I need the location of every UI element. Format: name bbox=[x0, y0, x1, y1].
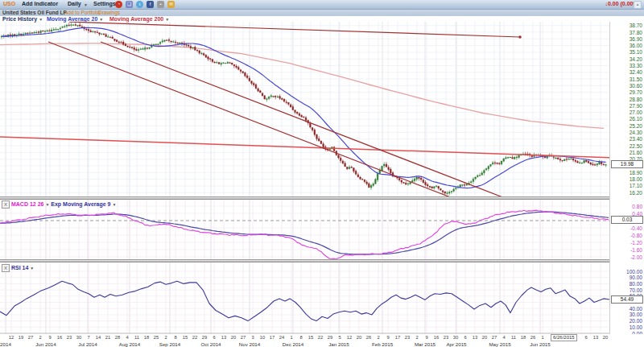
alert-icon[interactable]: ◔ bbox=[115, 1, 122, 8]
settings-button[interactable]: Settings bbox=[93, 1, 116, 6]
macd-tick-label: -0.40 bbox=[612, 225, 642, 231]
price-tick-label: 31.50 bbox=[612, 76, 642, 82]
rsi-dropdown[interactable]: RSI 14 ▼ bbox=[11, 265, 34, 271]
rsi-header: X RSI 14 ▼ bbox=[2, 264, 34, 272]
price-tick-label: 17.10 bbox=[612, 183, 642, 188]
month-label: Jan 2015 bbox=[322, 341, 356, 347]
chevron-down-icon[interactable]: ▼ bbox=[84, 2, 88, 7]
up-candles bbox=[1, 25, 606, 194]
date-tick-label: 20 bbox=[600, 335, 611, 340]
macd-chart-canvas[interactable] bbox=[0, 200, 609, 259]
trendline-handle[interactable] bbox=[518, 35, 522, 39]
macd-signal-dropdown[interactable]: Exp Moving Average 9 ▼ bbox=[51, 201, 116, 207]
ma20-line bbox=[2, 27, 606, 188]
rsi-value-box: 54.49 bbox=[611, 295, 643, 304]
last-price-box: 19.98 bbox=[611, 160, 643, 168]
month-label: Mar 2015 bbox=[408, 341, 442, 347]
macd-signal-line bbox=[0, 212, 609, 254]
price-tick-label: 34.20 bbox=[612, 56, 642, 62]
macd-header: X MACD 12 26 ▼ Exp Moving Average 9 ▼ bbox=[2, 200, 116, 209]
price-tick-label: 35.10 bbox=[612, 49, 642, 55]
toolbar: USO Add Indicator Daily ▼ Settings ◔❏tf•… bbox=[0, 0, 644, 10]
rsi-tick-label: 10.00 bbox=[612, 324, 642, 330]
price-tick-label: 28.80 bbox=[612, 97, 642, 102]
rsi-tick-label: 80.00 bbox=[612, 281, 642, 287]
month-label: May 2015 bbox=[483, 341, 517, 347]
rsi-tick-label: 40.00 bbox=[612, 306, 642, 312]
date-axis[interactable]: 1219272916233071421284111825281522296132… bbox=[0, 334, 644, 347]
month-label: Apr 2015 bbox=[440, 341, 473, 347]
up-wicks bbox=[2, 23, 606, 196]
rsi-plot bbox=[0, 262, 609, 334]
price-tick-label: 37.80 bbox=[612, 30, 642, 35]
macd-tick-label: -2.00 bbox=[612, 254, 642, 260]
facebook-icon[interactable]: f bbox=[147, 1, 154, 8]
price-tick-label: 30.60 bbox=[612, 83, 642, 89]
add-indicator-button[interactable]: Add Indicator bbox=[22, 1, 58, 6]
symbol-label: USO bbox=[3, 1, 15, 6]
price-plot bbox=[0, 22, 609, 196]
twitter-icon[interactable]: t bbox=[136, 1, 143, 8]
down-candles bbox=[6, 25, 605, 194]
month-label: Jun 2014 bbox=[29, 341, 63, 347]
macd-tick-label: -0.80 bbox=[612, 233, 642, 238]
drawings-link[interactable]: Drawings bbox=[98, 10, 120, 15]
price-history-dropdown[interactable]: Price History ▼ bbox=[2, 16, 43, 22]
photos-icon[interactable]: ❏ bbox=[126, 1, 133, 8]
price-tick-label: 33.30 bbox=[612, 63, 642, 68]
price-chart-canvas[interactable] bbox=[0, 22, 609, 196]
month-label: Aug 2014 bbox=[113, 341, 147, 347]
price-tick-label: 38.70 bbox=[612, 23, 642, 28]
macd-tick-label: -1.20 bbox=[612, 240, 642, 246]
price-tick-label: 27.00 bbox=[612, 109, 642, 115]
macd-tick-label: 0.80 bbox=[612, 204, 642, 209]
macd-line bbox=[0, 210, 609, 259]
collapse-toolbar-icon[interactable]: ▴ bbox=[634, 1, 642, 9]
current-date-box: 6/26/2015 bbox=[551, 334, 577, 341]
ma20-dropdown[interactable]: Moving Average 20 ▼ bbox=[47, 16, 103, 22]
price-tick-label: 27.90 bbox=[612, 103, 642, 109]
month-label: Sep 2014 bbox=[153, 341, 187, 347]
ma200-dropdown[interactable]: Moving Average 200 ▼ bbox=[109, 16, 169, 22]
chevron-down-icon: ▼ bbox=[112, 202, 116, 207]
value-axis[interactable]: 38.7037.8036.9036.0035.1034.2033.3032.40… bbox=[609, 22, 644, 347]
price-tick-label: 26.10 bbox=[612, 116, 642, 122]
month-label: Jul 2014 bbox=[71, 341, 105, 347]
lock-icon[interactable]: • bbox=[157, 1, 164, 8]
period-select[interactable]: Daily bbox=[68, 1, 81, 6]
price-tick-label: 22.50 bbox=[612, 143, 642, 149]
rsi-tick-label: 70.00 bbox=[612, 287, 642, 293]
chevron-down-icon: ▼ bbox=[45, 202, 49, 207]
macd-plot bbox=[0, 200, 609, 259]
price-tick-label: 16.20 bbox=[612, 190, 642, 196]
close-rsi-button[interactable]: X bbox=[2, 264, 10, 272]
price-tick-label: 36.00 bbox=[612, 43, 642, 48]
month-label: Oct 2014 bbox=[194, 341, 228, 347]
charting-app: USO Add Indicator Daily ▼ Settings ◔❏tf•… bbox=[0, 0, 644, 347]
price-tick-label: 25.20 bbox=[612, 123, 642, 129]
rsi-tick-label: 20.00 bbox=[612, 318, 642, 324]
symbol-fullname: United States Oil Fund LP bbox=[2, 10, 67, 15]
price-tick-label: 18.00 bbox=[612, 176, 642, 182]
month-label: Feb 2015 bbox=[365, 341, 399, 347]
month-label: Dec 2014 bbox=[276, 341, 310, 347]
price-tick-label: 18.90 bbox=[612, 170, 642, 176]
macd-dropdown[interactable]: MACD 12 26 ▼ bbox=[11, 201, 49, 207]
rsi-chart-canvas[interactable] bbox=[0, 262, 609, 334]
symbol-row: United States Oil Fund LP Add to Portfol… bbox=[0, 10, 644, 16]
rsi-tick-label: 30.00 bbox=[612, 312, 642, 317]
month-label: Nov 2014 bbox=[233, 341, 266, 347]
month-label: Jun 2015 bbox=[523, 341, 557, 347]
support-trendline[interactable] bbox=[0, 137, 609, 158]
price-tick-label: 36.90 bbox=[612, 36, 642, 42]
price-tick-label: 32.40 bbox=[612, 69, 642, 75]
macd-tick-label: -1.60 bbox=[612, 247, 642, 253]
macd-value-box: 0.03 bbox=[611, 216, 643, 224]
chevron-down-icon: ▼ bbox=[30, 266, 34, 271]
add-to-portfolio-link[interactable]: Add to Portfolio bbox=[64, 10, 100, 15]
close-macd-button[interactable]: X bbox=[2, 200, 10, 209]
month-label: 2014 bbox=[0, 341, 23, 347]
mail-icon[interactable]: ✉ bbox=[167, 1, 175, 8]
price-tick-label: 23.40 bbox=[612, 136, 642, 142]
price-tick-label: 29.70 bbox=[612, 89, 642, 95]
